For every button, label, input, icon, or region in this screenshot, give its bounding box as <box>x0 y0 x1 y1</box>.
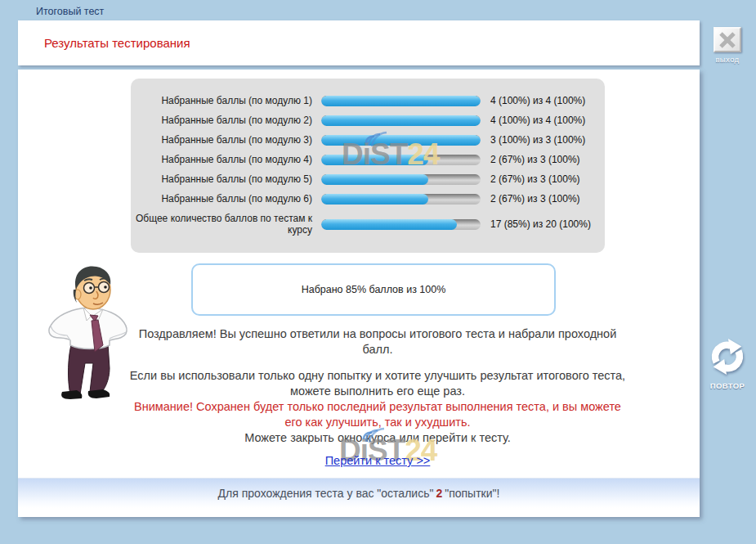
message-congrats: Поздравляем! Вы успешно ответили на вопр… <box>124 326 631 357</box>
content-panel: Набранные баллы (по модулю 1) 4 (100%) и… <box>18 70 700 517</box>
progress-fill <box>321 219 457 230</box>
score-row: Набранные баллы (по модулю 3) 3 (100%) и… <box>131 134 605 146</box>
row-value: 2 (67%) из 3 (100%) <box>481 154 580 165</box>
row-label: Набранные баллы (по модулю 4) <box>131 154 321 165</box>
attempts-text-suffix: "попытки"! <box>445 487 499 500</box>
message-retry-info: Если вы использовали только одну попытку… <box>124 368 631 399</box>
row-value: 17 (85%) из 20 (100%) <box>481 218 591 230</box>
progress-bar <box>321 174 481 185</box>
progress-bar <box>321 155 481 165</box>
row-label: Набранные баллы (по модулю 3) <box>131 134 321 146</box>
repeat-button[interactable]: ПОВТОР <box>706 338 749 390</box>
message-warning: Внимание! Сохранен будет только последни… <box>124 399 631 430</box>
header-bar: Результаты тестирования <box>18 20 700 65</box>
progress-fill <box>321 115 481 126</box>
attempts-bar: Для прохождения теста у вас "остались" 2… <box>18 478 700 508</box>
progress-bar <box>321 96 481 106</box>
progress-bar <box>321 219 481 230</box>
result-messages: Поздравляем! Вы успешно ответили на вопр… <box>124 326 631 446</box>
row-label: Набранные баллы (по модулю 1) <box>131 95 321 106</box>
attempts-text-prefix: Для прохождения теста у вас "остались" <box>218 487 434 500</box>
window-title: Итоговый тест <box>36 6 104 17</box>
progress-fill <box>321 96 481 106</box>
score-row: Набранные баллы (по модулю 6) 2 (67%) из… <box>131 193 605 205</box>
row-label: Набранные баллы (по модулю 2) <box>131 115 321 126</box>
repeat-button-label: ПОВТОР <box>706 381 749 390</box>
score-row: Набранные баллы (по модулю 1) 4 (100%) и… <box>131 95 605 106</box>
mascot-image <box>39 263 137 418</box>
exit-button[interactable]: выход <box>706 27 749 64</box>
row-label: Набранные баллы (по модулю 6) <box>131 193 321 205</box>
score-row: Общее количество баллов по тестам к курс… <box>131 213 605 236</box>
row-value: 3 (100%) из 3 (100%) <box>481 134 585 146</box>
row-value: 4 (100%) из 4 (100%) <box>481 115 585 126</box>
progress-bar <box>321 194 481 205</box>
progress-bar <box>321 115 481 126</box>
refresh-icon[interactable] <box>709 338 746 375</box>
row-label: Общее количество баллов по тестам к курс… <box>131 213 321 236</box>
row-value: 2 (67%) из 3 (100%) <box>481 173 580 185</box>
progress-fill <box>321 155 428 165</box>
close-icon[interactable] <box>714 27 741 52</box>
progress-fill <box>321 135 481 146</box>
attempts-count: 2 <box>436 487 442 500</box>
score-row: Набранные баллы (по модулю 4) 2 (67%) из… <box>131 154 605 165</box>
row-value: 4 (100%) из 4 (100%) <box>481 95 585 106</box>
score-row: Набранные баллы (по модулю 5) 2 (67%) из… <box>131 173 605 185</box>
test-results-page: Итоговый тест Результаты тестирования вы… <box>0 0 756 544</box>
score-summary-box: Набрано 85% баллов из 100% <box>191 263 556 316</box>
message-close-info: Можете закрыть окно курса или перейти к … <box>124 430 631 446</box>
progress-fill <box>321 174 428 185</box>
score-summary-text: Набрано 85% баллов из 100% <box>302 284 446 295</box>
row-label: Набранные баллы (по модулю 5) <box>131 173 321 185</box>
row-value: 2 (67%) из 3 (100%) <box>481 193 580 205</box>
module-score-list: Набранные баллы (по модулю 1) 4 (100%) и… <box>131 95 605 236</box>
results-panel: Набранные баллы (по модулю 1) 4 (100%) и… <box>131 79 605 253</box>
score-row: Набранные баллы (по модулю 2) 4 (100%) и… <box>131 115 605 126</box>
link-row: Перейти к тесту >> <box>124 453 631 468</box>
go-to-test-link[interactable]: Перейти к тесту >> <box>325 454 431 467</box>
page-title: Результаты тестирования <box>44 36 190 50</box>
progress-fill <box>321 194 428 205</box>
exit-button-label: выход <box>706 55 749 64</box>
progress-bar <box>321 135 481 146</box>
